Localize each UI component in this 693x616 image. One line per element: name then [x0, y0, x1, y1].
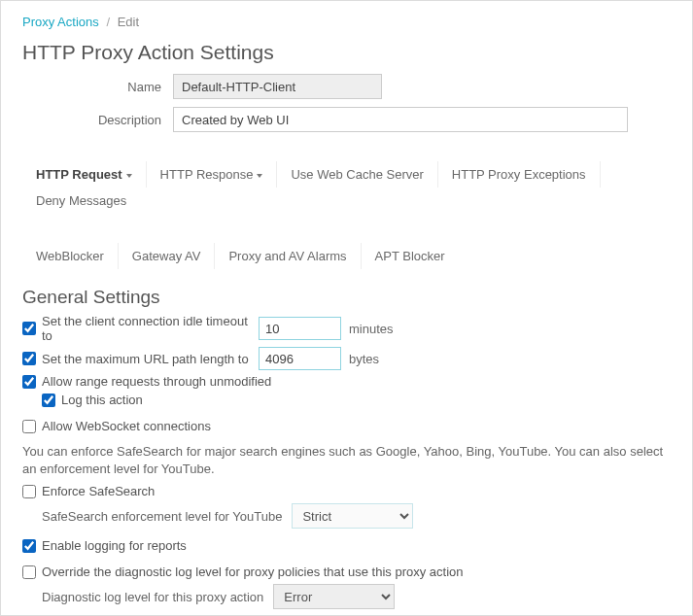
- tab-use-web-cache-server[interactable]: Use Web Cache Server: [277, 161, 437, 188]
- chevron-down-icon: [257, 174, 262, 178]
- breadcrumb: Proxy Actions / Edit: [22, 15, 671, 29]
- url-length-label: Set the maximum URL path length to: [42, 352, 251, 366]
- tab-webblocker[interactable]: WebBlocker: [22, 243, 119, 269]
- range-requests-checkbox[interactable]: [22, 375, 36, 389]
- idle-timeout-unit: minutes: [349, 322, 394, 336]
- enable-logging-checkbox[interactable]: [22, 539, 36, 553]
- diag-level-label: Diagnostic log level for this proxy acti…: [42, 590, 263, 604]
- idle-timeout-label: Set the client connection idle timeout t…: [42, 314, 251, 343]
- url-length-input[interactable]: [259, 347, 341, 370]
- breadcrumb-current: Edit: [118, 15, 139, 29]
- name-label: Name: [22, 80, 173, 94]
- tab-deny-messages[interactable]: Deny Messages: [22, 188, 140, 214]
- breadcrumb-root-link[interactable]: Proxy Actions: [22, 15, 99, 29]
- safesearch-level-select[interactable]: Strict: [292, 503, 413, 529]
- override-diag-checkbox[interactable]: [22, 565, 36, 579]
- enable-logging-label: Enable logging for reports: [42, 538, 187, 553]
- description-label: Description: [22, 113, 173, 127]
- name-input[interactable]: [173, 74, 382, 99]
- websocket-checkbox[interactable]: [22, 420, 36, 433]
- log-action-label: Log this action: [61, 393, 143, 407]
- section-title-general: General Settings: [22, 287, 671, 308]
- override-diag-label: Override the diagnostic log level for pr…: [42, 565, 464, 579]
- tab-http-request[interactable]: HTTP Request: [22, 161, 147, 188]
- idle-timeout-input[interactable]: [259, 317, 341, 340]
- description-input[interactable]: [173, 107, 628, 132]
- idle-timeout-checkbox[interactable]: [22, 322, 36, 335]
- diag-level-select[interactable]: Error: [273, 584, 395, 609]
- safesearch-level-label: SafeSearch enforcement level for YouTube: [42, 509, 282, 524]
- log-action-checkbox[interactable]: [42, 394, 55, 407]
- tab-bar-row2: WebBlocker Gateway AV Proxy and AV Alarm…: [22, 243, 671, 269]
- tab-proxy-and-av-alarms[interactable]: Proxy and AV Alarms: [215, 243, 361, 269]
- url-length-checkbox[interactable]: [22, 352, 36, 365]
- websocket-label: Allow WebSocket connections: [42, 419, 211, 433]
- range-requests-label: Allow range requests through unmodified: [42, 374, 271, 389]
- safesearch-help-text: You can enforce SafeSearch for major sea…: [22, 443, 671, 478]
- tab-bar-row1: HTTP Request HTTP Response Use Web Cache…: [22, 161, 671, 214]
- url-length-unit: bytes: [349, 352, 379, 366]
- page-title: HTTP Proxy Action Settings: [22, 41, 671, 64]
- tab-http-proxy-exceptions[interactable]: HTTP Proxy Exceptions: [438, 161, 601, 188]
- tab-http-response[interactable]: HTTP Response: [147, 161, 278, 188]
- breadcrumb-separator: /: [106, 15, 110, 29]
- tab-apt-blocker[interactable]: APT Blocker: [362, 243, 459, 269]
- chevron-down-icon: [126, 174, 132, 178]
- enforce-safesearch-label: Enforce SafeSearch: [42, 484, 155, 498]
- enforce-safesearch-checkbox[interactable]: [22, 485, 36, 498]
- tab-gateway-av[interactable]: Gateway AV: [119, 243, 216, 269]
